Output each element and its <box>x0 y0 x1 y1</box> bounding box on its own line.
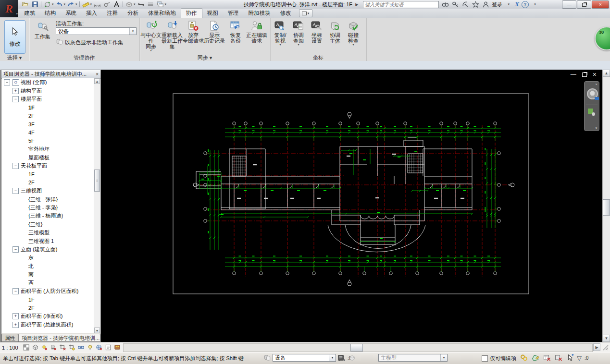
tab-manage[interactable]: 管理 <box>223 9 244 18</box>
tab-architecture[interactable]: 建筑 <box>19 9 40 18</box>
manage-collaboration-panel-label[interactable]: 管理协作 <box>29 54 139 61</box>
tree-item[interactable]: 2F <box>2 179 94 187</box>
drawing-canvas[interactable]: — × × ▾ <box>101 70 602 342</box>
tab-massing-site[interactable]: 体量和场地 <box>143 9 181 18</box>
sync-qat-icon[interactable] <box>43 0 51 8</box>
help-icon[interactable]: ? <box>522 1 529 8</box>
save-icon[interactable] <box>31 0 39 8</box>
scroll-right-icon[interactable]: ▶ <box>593 343 600 351</box>
browser-scrollbar[interactable]: ▲ ≡ ▼ <box>94 78 100 333</box>
tree-item[interactable]: −面积平面 (人防分区面积) <box>2 287 94 295</box>
worksharing-display-icon[interactable] <box>95 344 103 352</box>
collapse-icon[interactable]: − <box>4 79 10 85</box>
editable-region-icon[interactable] <box>531 353 539 362</box>
editing-requests-button[interactable]: 正在编辑请求 <box>246 19 267 52</box>
tree-item[interactable]: +面积平面 (总建筑面积) <box>2 320 94 328</box>
tab-analyze[interactable]: 分析 <box>123 9 143 18</box>
redo-icon[interactable] <box>67 0 75 8</box>
chevron-down-icon[interactable]: ▾ <box>134 2 136 6</box>
temporary-view-icon[interactable] <box>104 344 112 352</box>
zoom-icon[interactable] <box>588 109 593 114</box>
collapse-icon[interactable]: − <box>12 246 19 253</box>
crop-view-icon[interactable] <box>59 344 67 352</box>
vertical-scrollbar[interactable]: ▲ ▼ <box>602 70 610 342</box>
chevron-down-icon[interactable]: ▾ <box>531 1 539 8</box>
application-menu-button[interactable]: R▾ <box>0 0 18 17</box>
active-workset-dropdown[interactable]: 设备 ▾ <box>56 27 137 35</box>
scrollbar-thumb[interactable]: ≡ <box>94 170 100 192</box>
tab-annotate[interactable]: 注释 <box>102 9 123 18</box>
chevron-down-icon[interactable]: ▾ <box>505 1 512 8</box>
view-scale[interactable]: 1 : 100 <box>2 345 18 351</box>
chevron-down-icon[interactable]: ▾ <box>75 2 77 6</box>
exclude-options-icon[interactable] <box>554 353 562 362</box>
tree-item[interactable]: 2F <box>2 304 94 312</box>
tree-item[interactable]: 5F <box>2 137 94 145</box>
tree-item[interactable]: 三维模型 <box>2 229 94 237</box>
reveal-hidden-icon[interactable] <box>86 344 94 352</box>
expand-icon[interactable]: + <box>12 313 19 319</box>
tree-item[interactable]: 南 <box>2 270 94 279</box>
editable-only-checkbox[interactable] <box>482 355 488 362</box>
scrollbar-thumb[interactable] <box>603 199 610 216</box>
open-icon[interactable] <box>21 0 29 8</box>
scroll-up-icon[interactable]: ▲ <box>603 70 610 77</box>
interference-check-button[interactable]: 碰撞检查▾ <box>344 19 362 46</box>
design-option-dropdown[interactable]: 主模型 ▾ <box>378 354 448 362</box>
tree-item[interactable]: 北 <box>2 262 94 270</box>
collapse-icon[interactable]: − <box>12 188 19 194</box>
editable-only-toggle[interactable]: 仅可编辑项 <box>482 355 516 362</box>
tab-properties[interactable]: 属性 <box>1 334 18 341</box>
chevron-down-icon[interactable]: ▾ <box>64 2 66 6</box>
tree-item[interactable]: 2F <box>2 112 94 120</box>
signin-label[interactable]: 登录 <box>492 1 502 8</box>
tree-item[interactable]: −O视图 (全部) <box>2 78 94 86</box>
inactive-options-icon[interactable] <box>348 353 356 362</box>
modify-button[interactable]: 修改 <box>4 20 25 54</box>
analytical-model-icon[interactable] <box>113 344 122 352</box>
close-icon[interactable]: × <box>96 72 99 77</box>
sun-path-icon[interactable] <box>40 344 49 352</box>
scroll-up-icon[interactable]: ▲ <box>94 78 100 84</box>
restore-backup-button[interactable]: 恢复备份 <box>225 19 246 52</box>
coordination-host-button[interactable]: 协调主体 <box>326 19 344 46</box>
view-restore-icon[interactable] <box>582 73 587 77</box>
tree-item[interactable]: 三维视图 1 <box>2 237 94 245</box>
release-worksets-icon[interactable] <box>519 353 528 362</box>
key-icon[interactable] <box>451 1 459 8</box>
floor-plan-drawing[interactable] <box>101 70 602 342</box>
view-close-icon[interactable]: × <box>593 72 597 77</box>
exchange-apps-icon[interactable]: X <box>515 0 519 8</box>
collapse-icon[interactable]: − <box>12 96 19 102</box>
tree-item[interactable]: +结构平面 <box>2 86 94 95</box>
minimize-button[interactable]: — <box>562 0 576 9</box>
tree-item[interactable]: {三维 - 杨雨迪} <box>2 212 94 220</box>
show-crop-icon[interactable] <box>68 344 76 352</box>
tree-item[interactable]: 室外地坪 <box>2 145 94 153</box>
tree-item[interactable]: +面积平面 (净面积) <box>2 312 94 320</box>
tree-item[interactable]: −天花板平面 <box>2 162 94 170</box>
tree-item[interactable]: −楼层平面 <box>2 95 94 103</box>
chevron-down-icon[interactable]: ▾ <box>165 2 167 6</box>
show-history-button[interactable]: 显示历史记录 <box>204 19 225 52</box>
close-button[interactable]: × <box>592 0 609 9</box>
tab-modify[interactable]: 修改 <box>275 9 296 18</box>
tree-item[interactable]: {三维} <box>2 220 94 229</box>
select-panel-label[interactable]: 选择 ▾ <box>0 54 29 61</box>
thin-lines-icon[interactable] <box>147 0 155 8</box>
gray-inactive-worksets-toggle[interactable]: 以灰色显示非活动工作集 <box>56 38 123 46</box>
worksets-button[interactable]: 工作集 <box>31 20 53 39</box>
scroll-down-icon[interactable]: ▼ <box>603 335 610 342</box>
collapse-icon[interactable]: − <box>12 288 19 294</box>
chevron-down-icon[interactable]: ▾ <box>90 2 92 6</box>
tab-insert[interactable]: 插入 <box>81 9 102 18</box>
communication-center-icon[interactable] <box>461 1 469 8</box>
restore-button[interactable] <box>577 0 591 9</box>
visual-style-icon[interactable] <box>31 344 39 352</box>
tab-structure[interactable]: 结构 <box>40 9 61 18</box>
tree-item[interactable]: 东 <box>2 254 94 262</box>
unload-link-icon[interactable] <box>542 353 551 362</box>
tab-collaborate[interactable]: 协作 <box>181 8 202 18</box>
resize-grip[interactable] <box>602 344 609 351</box>
tree-item[interactable]: −三维视图 <box>2 187 94 195</box>
